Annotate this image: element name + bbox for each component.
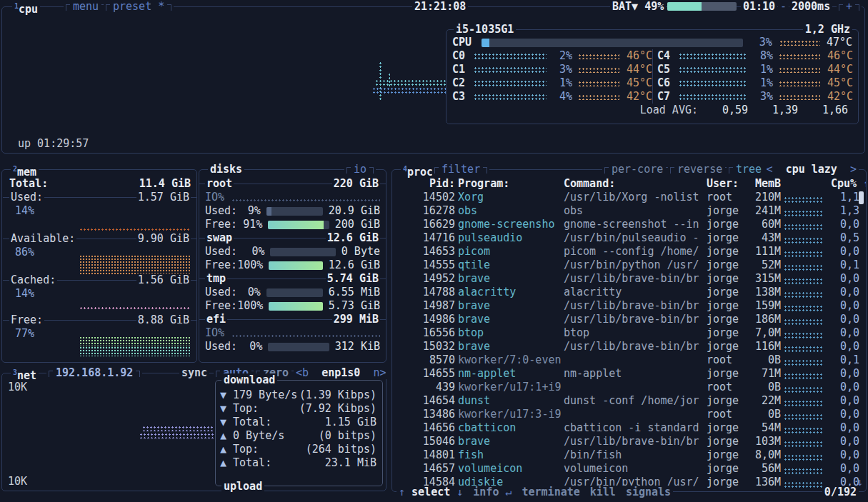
proc-sort-column[interactable]: Cpu% ↑ bbox=[831, 177, 859, 191]
core-temp-meter bbox=[578, 81, 619, 86]
core-temp-meter bbox=[779, 94, 820, 100]
proc-reverse-button[interactable]: reverse bbox=[668, 163, 732, 176]
core-row: C7 3% 42°C bbox=[657, 90, 853, 104]
sort-next-button[interactable] bbox=[844, 163, 850, 176]
cpu-model: i5-1035G1 bbox=[454, 23, 516, 36]
disk-tmp-free: Free: 100% 5.73 GiB bbox=[205, 299, 380, 313]
clock: 21:21:08 bbox=[412, 0, 468, 13]
net-stat-row: ▲ Total: 23.1 MiB bbox=[220, 456, 376, 470]
proc-table: 14502 Xorg /usr/lib/Xorg -nolist root 21… bbox=[392, 191, 866, 489]
process-row[interactable]: 14987 brave /usr/lib/brave-bin/br jorge … bbox=[392, 299, 866, 313]
signals-button[interactable]: signals bbox=[626, 486, 671, 498]
core-row: C5 1% 44°C bbox=[657, 63, 853, 76]
process-cpu-graph bbox=[784, 264, 824, 271]
cpu-core-box: i5-1035G1 1,2 GHz CPU 3% 47°C C0 2% bbox=[446, 29, 859, 124]
core-graph bbox=[679, 53, 747, 59]
net-scale-top: 10K bbox=[8, 381, 27, 393]
net-ip: 192.168.1.92 bbox=[46, 366, 142, 379]
process-row[interactable]: 14801 fish /bin/fish jorge 8,0M 0,0 bbox=[392, 448, 866, 462]
process-row[interactable]: 14653 picom picom --config /home/ jorge … bbox=[392, 245, 866, 258]
net-sync-button[interactable]: sync bbox=[179, 366, 209, 379]
process-cpu-graph bbox=[784, 210, 824, 216]
core-row: C2 1% 45°C bbox=[452, 76, 652, 90]
process-row[interactable]: 14657 volumeicon volumeicon jorge 56M 0,… bbox=[392, 462, 866, 476]
kill-button[interactable]: kill bbox=[590, 486, 616, 498]
disks-io-button[interactable]: io bbox=[344, 163, 376, 176]
net-box-title[interactable]: 3net bbox=[11, 366, 39, 379]
cpu-box-title[interactable]: 1cpu bbox=[12, 0, 40, 13]
disk-swap-free: Free: 100% 12.6 GiB bbox=[205, 258, 380, 272]
process-row[interactable]: 14986 brave /usr/lib/brave-bin/br jorge … bbox=[392, 313, 866, 326]
proc-filter-button[interactable]: filter bbox=[432, 163, 489, 176]
process-row[interactable]: 14555 qtile /usr/bin/python /usr/ jorge … bbox=[392, 258, 866, 272]
process-row[interactable]: 8570 kworker/7:0-even root 0B 0,1 bbox=[392, 353, 866, 367]
process-row[interactable]: 16556 btop btop jorge 7,0M 0,0 bbox=[392, 326, 866, 340]
process-row[interactable]: 14655 nm-applet nm-applet jorge 71M 0,0 bbox=[392, 367, 866, 381]
interval-minus-button[interactable]: - bbox=[778, 0, 789, 13]
mem-used-pct: 14% bbox=[15, 204, 34, 218]
disks-box-title[interactable]: disks bbox=[208, 163, 244, 176]
process-cpu-graph bbox=[784, 291, 824, 298]
info-button[interactable]: info ↵ bbox=[473, 486, 512, 498]
process-cpu-graph bbox=[784, 359, 824, 366]
proc-box-title[interactable]: 4proc bbox=[401, 163, 435, 176]
direction-arrow-icon: ▼ bbox=[220, 388, 233, 402]
mem-free-row: Free:8.88 GiB bbox=[9, 313, 191, 327]
process-row[interactable]: 14788 alacritty alacritty jorge 138M 0,0 bbox=[392, 286, 866, 299]
net-iface-switch[interactable]: <b enp1s0 n> bbox=[294, 366, 388, 379]
cpu-total-row: CPU 3% 47°C bbox=[452, 36, 852, 49]
process-cpu-graph bbox=[784, 305, 824, 311]
process-row[interactable]: 16629 gnome-screensho gnome-screenshot -… bbox=[392, 218, 866, 231]
process-row[interactable]: 14656 cbatticon cbatticon -i standard jo… bbox=[392, 421, 866, 435]
process-cpu-graph bbox=[784, 251, 824, 257]
net-stat-row: ▼ Total: 1.15 GiB bbox=[220, 416, 376, 429]
process-row[interactable]: 14952 brave /usr/lib/brave-bin/br jorge … bbox=[392, 272, 866, 286]
sort-prev-button[interactable]: < bbox=[767, 163, 773, 176]
core-graph bbox=[679, 66, 747, 73]
disk-root-title: root220 GiB bbox=[205, 177, 380, 191]
mem-free-pct: 77% bbox=[15, 327, 34, 341]
disk-swap-title: swap12.6 GiB bbox=[205, 231, 380, 245]
interval-plus-button[interactable]: + bbox=[837, 0, 862, 13]
proc-per-core-button[interactable]: per-core bbox=[602, 163, 672, 176]
mem-box: 2mem Total:11.4 GiB Used:1.57 GiB 14% Av… bbox=[1, 169, 197, 363]
process-row[interactable]: 13486 kworker/u17:3-i9 root 0B 0,0 bbox=[392, 408, 866, 421]
mem-box-title[interactable]: 2mem bbox=[11, 163, 39, 176]
net-stat-row: ▲ Top: (264 bitps) bbox=[220, 443, 376, 456]
iface-prev-button[interactable]: <b bbox=[296, 366, 309, 379]
terminate-button[interactable]: terminate bbox=[522, 486, 580, 498]
process-row[interactable]: 14502 Xorg /usr/lib/Xorg -nolist root 21… bbox=[392, 191, 866, 204]
mem-used-row: Used:1.57 GiB bbox=[9, 191, 191, 204]
process-row[interactable]: 15046 brave /usr/lib/brave-bin/br jorge … bbox=[392, 435, 866, 448]
process-cpu-graph bbox=[784, 427, 824, 433]
process-row[interactable]: 14716 pulseaudio /usr/bin/pulseaudio - j… bbox=[392, 231, 866, 245]
process-cpu-graph bbox=[784, 196, 824, 203]
proc-selection-count: 0/192 bbox=[822, 486, 859, 498]
direction-arrow-icon: ▲ bbox=[220, 429, 233, 443]
uptime: up 01:29:57 bbox=[18, 137, 89, 150]
net-stat-row: ▼ Top: (7.92 Kibps) bbox=[220, 402, 376, 416]
process-row[interactable]: 14654 dunst dunst -conf /home/jor jorge … bbox=[392, 394, 866, 408]
core-graph bbox=[679, 94, 747, 100]
net-stat-row: ▲ 0 Byte/s (0 bitps) bbox=[220, 429, 376, 443]
core-graph bbox=[474, 53, 547, 59]
core-row: C3 4% 42°C bbox=[452, 90, 652, 104]
battery-label: BAT▼ 49% bbox=[610, 0, 666, 13]
menu-button[interactable]: menu bbox=[64, 0, 108, 13]
proc-scrollbar-thumb[interactable] bbox=[859, 191, 864, 204]
core-temp-meter bbox=[779, 81, 820, 86]
process-cpu-graph bbox=[784, 481, 824, 488]
interval-value: 2000ms bbox=[789, 0, 832, 13]
disk-root-free: Free: 91% 200 GiB bbox=[205, 218, 380, 231]
direction-arrow-icon: ▲ bbox=[220, 456, 233, 470]
process-cpu-graph bbox=[784, 332, 824, 338]
mem-cached-pct: 14% bbox=[15, 287, 34, 301]
select-button[interactable]: ↑ select ↓ bbox=[399, 486, 463, 498]
battery-meter bbox=[667, 0, 737, 13]
preset-button[interactable]: preset * bbox=[104, 0, 174, 13]
process-row[interactable]: 15032 brave /usr/lib/brave-bin/br jorge … bbox=[392, 340, 866, 353]
process-row[interactable]: 16278 obs obs jorge 241M 1,3 bbox=[392, 204, 866, 218]
core-graph bbox=[679, 80, 747, 86]
process-row[interactable]: 439 kworker/u17:1+i9 root 0B 0,0 bbox=[392, 381, 866, 394]
iface-name bbox=[315, 366, 321, 379]
